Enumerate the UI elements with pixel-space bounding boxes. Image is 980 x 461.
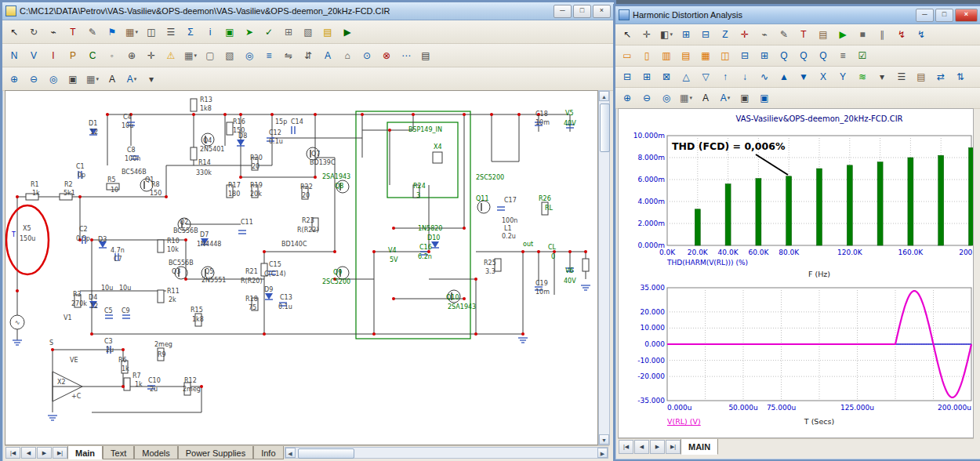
tracker-icon[interactable]: ⊠ (657, 67, 676, 86)
select-arrow-icon[interactable]: ↖ (618, 25, 637, 44)
align-cursors-icon[interactable]: ⇄ (931, 67, 950, 86)
tab-text[interactable]: Text (103, 446, 134, 459)
tab-nav-first-icon[interactable]: |◀ (5, 447, 20, 459)
zoom-area-icon[interactable]: ◎ (657, 89, 676, 107)
grid-select-icon[interactable]: ▦▾ (677, 89, 695, 107)
magnify-3-icon[interactable]: Q (814, 46, 833, 65)
plot-overlay-icon[interactable]: ▥ (657, 46, 676, 65)
find-repeat-icon[interactable]: ≡ (260, 46, 278, 65)
data-points-icon[interactable]: ≡ (833, 46, 852, 65)
step-icon[interactable]: ⊙ (358, 46, 376, 65)
low-icon[interactable]: ↓ (735, 67, 754, 86)
close-button[interactable]: × (593, 5, 611, 18)
yellow-doc-icon[interactable]: ▤ (318, 23, 337, 42)
minimize-button[interactable]: ─ (554, 5, 572, 18)
scroll-left-icon[interactable]: ◀ (285, 448, 296, 458)
power-icon[interactable]: P (64, 46, 82, 65)
zoom-in-icon[interactable]: ⊕ (5, 70, 24, 89)
close-button[interactable]: × (955, 9, 978, 22)
checklist-icon[interactable]: ☑ (853, 46, 872, 65)
add-plot-icon[interactable]: ▭ (618, 46, 637, 65)
tab-power-supplies[interactable]: Power Supplies (178, 446, 253, 459)
info-mode-icon[interactable]: i (201, 23, 220, 42)
text-mode-icon[interactable]: T (64, 23, 82, 42)
more-tools-icon[interactable]: ▾ (142, 70, 161, 89)
zoom-out-icon[interactable]: ⊖ (24, 70, 43, 89)
scroll-right-icon[interactable]: ▶ (597, 448, 608, 458)
minimize-button[interactable]: ─ (916, 9, 934, 22)
title-box-icon[interactable]: ▧ (220, 46, 239, 65)
align-screens-icon[interactable]: ⇅ (951, 67, 970, 86)
zoom-in-icon[interactable]: ⊕ (618, 89, 637, 107)
tab-main[interactable]: MAIN (681, 439, 718, 455)
magnify-1-icon[interactable]: Q (775, 46, 793, 65)
tab-nav-prev-icon[interactable]: ◀ (634, 440, 649, 454)
waveform-stack-icon[interactable]: ≋ (853, 67, 872, 86)
enable-check-icon[interactable]: ✓ (260, 23, 278, 42)
scroll-down-icon[interactable]: ▼ (599, 434, 609, 445)
probe-mode-icon[interactable]: ➤ (240, 23, 259, 42)
schematic-horizontal-scrollbar[interactable]: ◀ ▶ (285, 447, 608, 459)
flag-mode-icon[interactable]: ⚑ (103, 23, 122, 42)
probe-exit-icon[interactable]: ↯ (912, 25, 931, 44)
text-mode-icon[interactable]: T (794, 25, 813, 44)
font-color-icon[interactable]: A▾ (122, 70, 141, 89)
copy-all-icon[interactable]: ▣ (755, 89, 774, 107)
zoom-rect-icon[interactable]: ⊞ (677, 25, 695, 44)
flip-icon[interactable]: ⇵ (299, 46, 318, 65)
scale-mode-icon[interactable]: Z (716, 25, 735, 44)
find-text-icon[interactable]: A (318, 46, 337, 65)
tab-nav-first-icon[interactable]: |◀ (619, 440, 633, 454)
font-icon[interactable]: A (103, 70, 122, 89)
search-icon[interactable]: ◎ (240, 46, 259, 65)
rotate-icon[interactable]: ↻ (24, 23, 43, 42)
go-to-x-icon[interactable]: X (814, 67, 833, 86)
tab-nav-next-icon[interactable]: ▶ (37, 447, 52, 459)
grid-icon[interactable]: ⊞ (279, 23, 298, 42)
run-icon[interactable]: ▶ (833, 25, 852, 44)
bus-mode-icon[interactable]: ☰ (162, 23, 180, 42)
properties-icon[interactable]: ▤ (814, 25, 833, 44)
pane-split-icon[interactable]: ⊟ (735, 46, 754, 65)
magnify-2-icon[interactable]: Q (794, 46, 813, 65)
tab-nav-next-icon[interactable]: ▶ (650, 440, 665, 454)
copy-front-icon[interactable]: ▣ (735, 89, 754, 107)
node-voltages-icon[interactable]: V (24, 46, 43, 65)
graphics-mode-icon[interactable]: ✎ (83, 23, 102, 42)
maximize-button[interactable]: □ (935, 9, 953, 22)
scroll-up-icon[interactable]: ▲ (599, 91, 609, 101)
pane-merge-icon[interactable]: ⊞ (755, 46, 774, 65)
vertical-scroll-thumb[interactable] (600, 103, 610, 152)
schematic-title-bar[interactable]: C:\MC12\DATA\Petrov\VAS-Vasiliev&OPS-dee… (2, 2, 614, 20)
border-icon[interactable]: ▢ (201, 46, 220, 65)
clipboard-icon[interactable]: ▤ (912, 67, 931, 86)
more-icon[interactable]: ⋯ (397, 46, 416, 65)
vertical-cursor-icon[interactable]: ⊞ (637, 67, 656, 86)
global-high-icon[interactable]: ▲ (775, 67, 793, 86)
node-numbers-icon[interactable]: N (5, 46, 24, 65)
title-block-icon[interactable]: ▧ (299, 23, 318, 42)
high-icon[interactable]: ↑ (716, 67, 735, 86)
pin-markers-icon[interactable]: ⊕ (122, 46, 141, 65)
mirror-icon[interactable]: ⇋ (279, 46, 298, 65)
valley-icon[interactable]: ▽ (696, 67, 715, 86)
inflection-icon[interactable]: ∿ (755, 67, 774, 86)
home-icon[interactable]: ⌂ (338, 46, 357, 65)
font-color-icon[interactable]: A▾ (716, 89, 735, 107)
analysis-title-bar[interactable]: Harmonic Distortion Analysis ─ □ × (615, 6, 980, 24)
pin-connections-icon[interactable]: ◦ (103, 46, 122, 65)
plot-pane-icon[interactable]: ▯ (637, 46, 656, 65)
cursor-mode-icon[interactable]: ✛ (735, 25, 754, 44)
pan-icon[interactable]: ✛ (637, 25, 656, 44)
horizontal-scroll-thumb[interactable] (298, 448, 354, 459)
peak-icon[interactable]: △ (677, 67, 695, 86)
zoom-dynamic-icon[interactable]: ⊟ (696, 25, 715, 44)
warning-triangle-icon[interactable]: ⚠ (162, 46, 180, 65)
currents-icon[interactable]: I (44, 46, 63, 65)
window-split-icon[interactable]: ◫ (142, 23, 161, 42)
global-low-icon[interactable]: ▼ (794, 67, 813, 86)
scope-menu-icon[interactable]: ◧▾ (657, 25, 676, 44)
horizontal-cursor-icon[interactable]: ⊟ (618, 67, 637, 86)
tab-info[interactable]: Info (253, 446, 283, 459)
wire-mode-icon[interactable]: ⌁ (44, 23, 63, 42)
